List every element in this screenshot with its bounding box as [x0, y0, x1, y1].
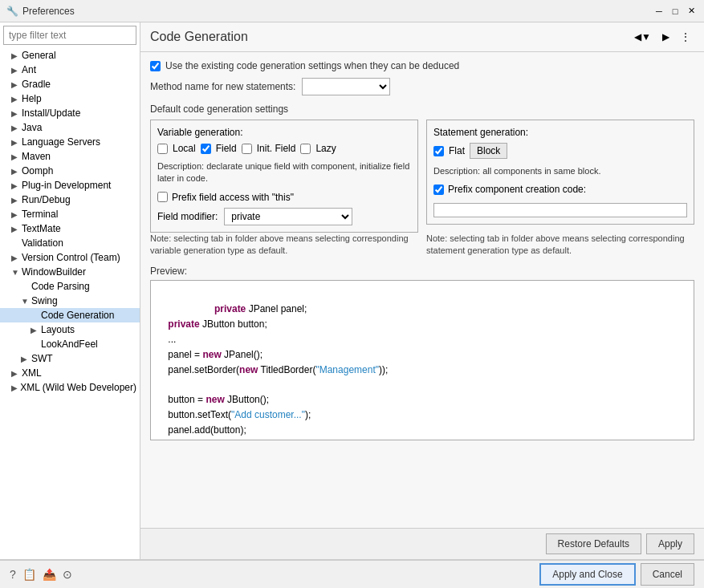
sidebar-item-language-servers[interactable]: ▶ Language Servers	[0, 135, 140, 149]
statement-gen-description: Description: all components in same bloc…	[433, 165, 687, 177]
expand-arrow: ▶	[11, 167, 19, 176]
expand-arrow: ▶	[11, 124, 19, 132]
expand-arrow: ▶	[11, 66, 19, 75]
prefix-this-checkbox[interactable]	[157, 192, 168, 202]
apply-button[interactable]: Apply	[646, 533, 694, 554]
lazy-label: Lazy	[315, 143, 336, 154]
expand-arrow: ▶	[31, 326, 39, 335]
settings-icon[interactable]: ⊙	[63, 568, 72, 581]
method-name-row: Method name for new statements:	[150, 78, 694, 95]
expand-arrow: ▶	[11, 51, 19, 60]
sidebar-item-version-control[interactable]: ▶ Version Control (Team)	[0, 250, 140, 265]
more-button[interactable]: ⋮	[677, 29, 694, 45]
modifier-label: Field modifier:	[157, 211, 218, 222]
expand-arrow: ▼	[11, 268, 19, 277]
minimize-button[interactable]: ─	[653, 5, 665, 18]
sidebar-item-validation[interactable]: Validation	[0, 236, 140, 250]
sidebar-item-label: Plug-in Development	[22, 180, 111, 191]
flat-label: Flat	[449, 145, 465, 156]
block-button[interactable]: Block	[470, 143, 507, 159]
preview-box: private JPanel panel; private JButton bu…	[150, 280, 694, 440]
apply-and-close-button[interactable]: Apply and Close	[539, 563, 635, 586]
sidebar-item-layouts[interactable]: ▶ Layouts	[0, 322, 140, 337]
variable-gen-options: Local Field Init. Field Lazy	[157, 143, 411, 154]
footer-icons: ? 📋 📤 ⊙	[10, 568, 72, 581]
sidebar-item-label: General	[22, 50, 56, 61]
prefix-creation-row: Prefix component creation code:	[433, 184, 687, 195]
sidebar-item-label: Maven	[22, 151, 51, 162]
prefix-creation-input[interactable]	[433, 203, 687, 217]
preview-label: Preview:	[150, 266, 694, 277]
restore-defaults-button[interactable]: Restore Defaults	[546, 533, 641, 554]
sidebar-item-code-generation[interactable]: Code Generation	[0, 308, 140, 322]
modifier-select[interactable]: private protected public package	[224, 208, 352, 225]
sidebar-item-label: Install/Update	[22, 107, 80, 119]
sidebar-item-label: Language Servers	[22, 136, 100, 148]
local-checkbox[interactable]	[157, 144, 168, 154]
expand-arrow: ▶	[11, 80, 19, 89]
sidebar-item-help[interactable]: ▶ Help	[0, 91, 140, 106]
back-button[interactable]: ◀▼	[630, 29, 655, 45]
sidebar-item-swt[interactable]: ▶ SWT	[0, 351, 140, 366]
variable-gen-description: Description: declarate unique field with…	[157, 160, 411, 185]
sidebar-item-general[interactable]: ▶ General	[0, 48, 140, 63]
sidebar-item-label: Help	[22, 93, 42, 104]
sidebar-item-install-update[interactable]: ▶ Install/Update	[0, 106, 140, 120]
variable-gen-label: Variable generation:	[157, 127, 411, 138]
sidebar-item-label: XML (Wild Web Developer)	[20, 382, 136, 393]
sidebar-item-ant[interactable]: ▶ Ant	[0, 63, 140, 77]
sidebar-item-label: LookAndFeel	[41, 339, 98, 350]
sidebar-item-label: Gradle	[22, 79, 51, 90]
sidebar-item-oomph[interactable]: ▶ Oomph	[0, 164, 140, 178]
sidebar-item-label: Java	[22, 122, 42, 133]
expand-arrow: ▶	[11, 225, 19, 233]
forward-button[interactable]: ▶	[658, 29, 673, 45]
window-title: Preferences	[22, 6, 653, 17]
sidebar-item-xml[interactable]: ▶ XML	[0, 366, 140, 380]
flat-checkbox[interactable]	[433, 146, 444, 156]
titlebar: 🔧 Preferences ─ □ ✕	[0, 0, 704, 22]
method-name-select[interactable]	[302, 78, 390, 95]
sidebar-item-lookandfeel[interactable]: LookAndFeel	[0, 337, 140, 351]
use-existing-row: Use the existing code generation setting…	[150, 60, 694, 71]
variable-generation-col: Variable generation: Local Field Init. F…	[150, 120, 418, 233]
init-field-checkbox[interactable]	[242, 144, 252, 154]
prefix-this-row: Prefix field access with "this"	[157, 192, 411, 203]
sidebar-item-label: WindowBuilder	[22, 266, 86, 278]
sidebar-item-java[interactable]: ▶ Java	[0, 120, 140, 135]
variable-generation-box: Variable generation: Local Field Init. F…	[150, 120, 418, 233]
sidebar-item-windowbuilder[interactable]: ▼ WindowBuilder	[0, 265, 140, 279]
sidebar-item-run-debug[interactable]: ▶ Run/Debug	[0, 193, 140, 207]
use-existing-checkbox[interactable]	[150, 61, 161, 71]
prefix-creation-checkbox[interactable]	[433, 185, 444, 195]
use-existing-label: Use the existing code generation setting…	[165, 60, 459, 71]
expand-arrow: ▶	[11, 95, 19, 103]
search-input[interactable]	[3, 26, 136, 45]
field-modifier-row: Field modifier: private protected public…	[157, 208, 411, 225]
footer-buttons: Apply and Close Cancel	[539, 563, 694, 586]
import-icon[interactable]: 📤	[43, 568, 56, 581]
close-button[interactable]: ✕	[685, 5, 698, 18]
right-panel: Code Generation ◀▼ ▶ ⋮ Use the existing …	[140, 22, 704, 559]
sidebar-item-terminal[interactable]: ▶ Terminal	[0, 207, 140, 221]
sidebar-item-textmate[interactable]: ▶ TextMate	[0, 221, 140, 236]
expand-arrow: ▶	[11, 210, 19, 219]
note-statement: Note: selecting tab in folder above mean…	[426, 233, 694, 258]
sidebar-item-gradle[interactable]: ▶ Gradle	[0, 77, 140, 91]
app-icon: 🔧	[6, 6, 18, 17]
export-icon[interactable]: 📋	[22, 568, 36, 581]
help-icon[interactable]: ?	[10, 568, 16, 581]
statement-generation-box: Statement generation: Flat Block Descrip…	[426, 120, 694, 225]
cancel-button[interactable]: Cancel	[641, 563, 694, 586]
field-checkbox[interactable]	[201, 144, 211, 154]
expand-arrow: ▶	[11, 253, 19, 262]
maximize-button[interactable]: □	[669, 5, 682, 18]
lazy-checkbox[interactable]	[300, 144, 311, 154]
sidebar-item-code-parsing[interactable]: Code Parsing	[0, 279, 140, 294]
sidebar-item-maven[interactable]: ▶ Maven	[0, 149, 140, 164]
sidebar-item-xml-wild[interactable]: ▶ XML (Wild Web Developer)	[0, 380, 140, 395]
sidebar-item-plugin-dev[interactable]: ▶ Plug-in Development	[0, 178, 140, 193]
note-variable: Note: selecting tab in folder above mean…	[150, 233, 418, 258]
expand-arrow: ▶	[11, 138, 19, 147]
sidebar-item-swing[interactable]: ▼ Swing	[0, 294, 140, 308]
